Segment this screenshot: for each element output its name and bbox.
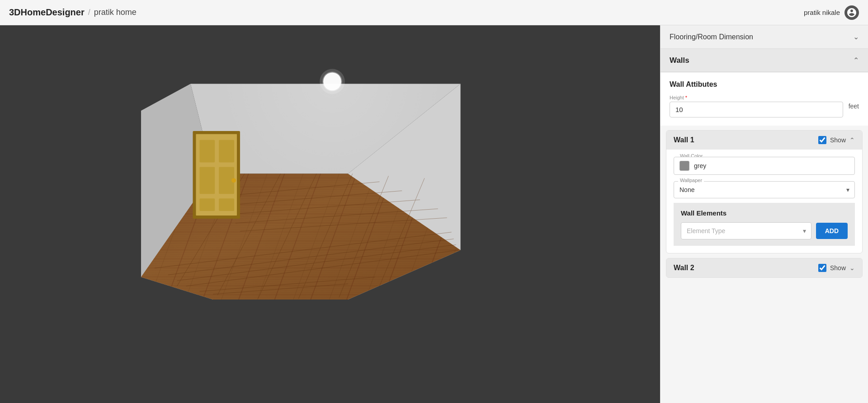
wallpaper-label: Wallpaper: [678, 178, 704, 183]
walls-section-title: Walls: [670, 56, 689, 65]
wall-attributes-section: Wall Attibutes Height feet: [660, 72, 868, 126]
flooring-chevron-icon: ⌄: [853, 33, 859, 41]
element-type-select[interactable]: Element Type Door Window: [681, 222, 811, 239]
breadcrumb-separator: /: [88, 8, 90, 17]
wall2-title: Wall 2: [674, 264, 694, 272]
app-header: 3DHomeDesigner / pratik home pratik nika…: [0, 0, 868, 25]
element-type-select-wrap: Element Type Door Window ▾: [681, 222, 811, 239]
project-name: pratik home: [94, 8, 137, 17]
height-input[interactable]: [670, 102, 843, 117]
wall2-collapse-icon[interactable]: ⌄: [849, 264, 855, 272]
wall2-show-label: Show: [830, 264, 846, 272]
wall-color-input[interactable]: grey: [674, 157, 855, 175]
wall1-collapse-icon[interactable]: ⌃: [849, 136, 855, 144]
header-right: pratik nikale: [804, 5, 859, 20]
wall1-card: Wall 1 Show ⌃ Wall Color grey: [666, 130, 863, 253]
wall-attributes-title: Wall Attibutes: [670, 80, 859, 89]
3d-viewport[interactable]: [0, 25, 660, 403]
wall2-header: Wall 2 Show ⌄: [666, 258, 862, 277]
height-label: Height: [670, 95, 843, 100]
height-unit: feet: [849, 103, 859, 110]
wall2-card: Wall 2 Show ⌄: [666, 258, 863, 278]
wall1-body: Wall Color grey Wallpaper None Brick Con…: [666, 150, 862, 253]
right-panel: Flooring/Room Dimension ⌄ Walls ⌃ Wall A…: [660, 25, 868, 403]
svg-point-37: [231, 178, 236, 183]
wall-elements-title: Wall Elements: [681, 209, 848, 217]
wall1-show-checkbox[interactable]: [818, 136, 826, 144]
walls-section-header[interactable]: Walls ⌃: [660, 49, 868, 72]
wall-color-value: grey: [694, 162, 706, 169]
wall1-header: Wall 1 Show ⌃: [666, 131, 862, 150]
walls-chevron-icon: ⌃: [853, 56, 859, 65]
wall-elements-section: Wall Elements Element Type Door Window ▾…: [674, 203, 855, 246]
main-content: Flooring/Room Dimension ⌄ Walls ⌃ Wall A…: [0, 25, 868, 403]
flooring-section-title: Flooring/Room Dimension: [670, 33, 753, 41]
svg-rect-35: [199, 198, 215, 211]
add-element-button[interactable]: ADD: [816, 223, 848, 239]
element-type-row: Element Type Door Window ▾ ADD: [681, 222, 848, 239]
user-name: pratik nikale: [804, 9, 840, 16]
wallpaper-field: Wallpaper None Brick Concrete Wood Marbl…: [674, 181, 855, 198]
flooring-section-header[interactable]: Flooring/Room Dimension ⌄: [660, 25, 868, 49]
wall1-show-label: Show: [830, 136, 846, 144]
header-left: 3DHomeDesigner / pratik home: [9, 7, 137, 18]
wall-color-field: Wall Color grey: [674, 157, 855, 175]
wall2-show-checkbox[interactable]: [818, 264, 826, 272]
wallpaper-select[interactable]: None Brick Concrete Wood Marble: [674, 181, 855, 198]
user-avatar[interactable]: [844, 5, 859, 20]
height-field-wrapper: Height: [670, 95, 843, 117]
wall1-controls: Show ⌃: [818, 136, 855, 144]
app-title: 3DHomeDesigner: [9, 7, 85, 18]
svg-rect-36: [219, 198, 234, 211]
wall-color-swatch: [679, 161, 689, 171]
wall1-title: Wall 1: [674, 136, 694, 144]
height-field-group: Height feet: [670, 95, 859, 117]
wall2-controls: Show ⌄: [818, 264, 855, 272]
